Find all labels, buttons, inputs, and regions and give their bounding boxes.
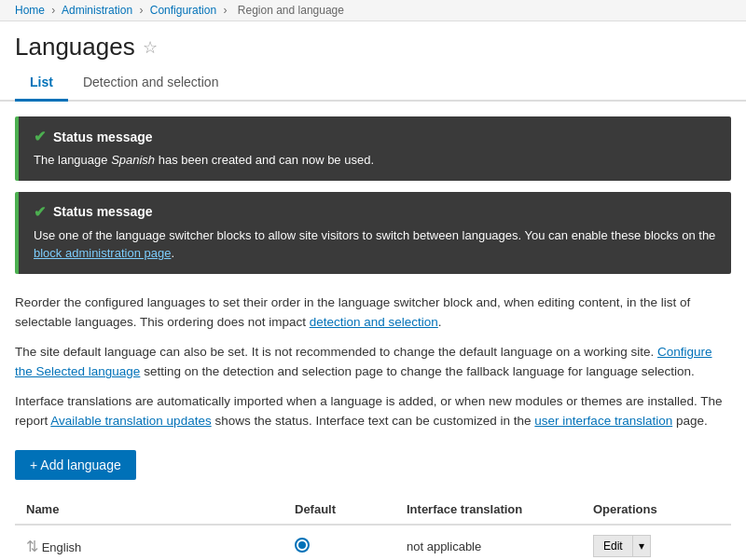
tabs: List Detection and selection — [0, 65, 746, 102]
breadcrumb-admin[interactable]: Administration — [62, 4, 132, 17]
page-header: Languages ☆ — [0, 21, 746, 61]
status-body-2: Use one of the language switcher blocks … — [34, 226, 716, 263]
col-header-name: Name — [15, 495, 283, 525]
status-box-1: ✔ Status message The language Spanish ha… — [15, 116, 731, 181]
info-para-2: The site default language can also be se… — [15, 342, 731, 382]
favorite-icon[interactable]: ☆ — [143, 37, 158, 58]
status-box-2: ✔ Status message Use one of the language… — [15, 192, 731, 274]
page-title: Languages — [15, 33, 135, 61]
translation-english: not applicable — [407, 540, 481, 553]
status-title-2: Status message — [53, 204, 153, 219]
col-header-default: Default — [283, 495, 395, 525]
add-language-button[interactable]: + Add language — [15, 450, 136, 480]
status-header-2: ✔ Status message — [34, 203, 716, 221]
breadcrumb: Home › Administration › Configuration › … — [0, 0, 746, 21]
edit-dropdown-english[interactable]: ▾ — [632, 535, 651, 557]
lang-name-english: English — [42, 540, 82, 554]
translation-updates-link[interactable]: Available translation updates — [50, 414, 211, 428]
breadcrumb-current: Region and language — [238, 4, 344, 17]
configure-selected-language-link[interactable]: Configure the Selected language — [15, 345, 712, 379]
main-content: ✔ Status message The language Spanish ha… — [0, 102, 746, 560]
tab-detection-selection[interactable]: Detection and selection — [68, 65, 234, 102]
ui-translation-link[interactable]: user interface translation — [534, 414, 672, 428]
status-body-1: The language Spanish has been created an… — [34, 151, 716, 170]
check-icon-1: ✔ — [34, 128, 46, 145]
breadcrumb-home[interactable]: Home — [15, 4, 45, 17]
block-admin-link[interactable]: block administration page — [34, 246, 171, 260]
edit-group-english: Edit ▾ — [593, 535, 720, 557]
info-para-3: Interface translations are automatically… — [15, 391, 731, 431]
languages-table: Name Default Interface translation Opera… — [15, 495, 731, 560]
table-row: ⇅ English not applicable Edit ▾ — [15, 525, 731, 560]
info-section: Reorder the configured languages to set … — [15, 293, 731, 432]
check-icon-2: ✔ — [34, 203, 46, 221]
default-radio-english[interactable] — [295, 538, 310, 553]
detection-selection-link[interactable]: detection and selection — [310, 315, 438, 329]
drag-handle-english[interactable]: ⇅ — [26, 539, 38, 554]
breadcrumb-config[interactable]: Configuration — [150, 4, 216, 17]
status-header-1: ✔ Status message — [34, 128, 716, 145]
col-header-operations: Operations — [582, 495, 731, 525]
edit-button-english[interactable]: Edit — [593, 535, 632, 557]
tab-list[interactable]: List — [15, 65, 68, 102]
info-para-1: Reorder the configured languages to set … — [15, 293, 731, 333]
status-title-1: Status message — [53, 130, 153, 144]
col-header-translation: Interface translation — [395, 495, 582, 525]
